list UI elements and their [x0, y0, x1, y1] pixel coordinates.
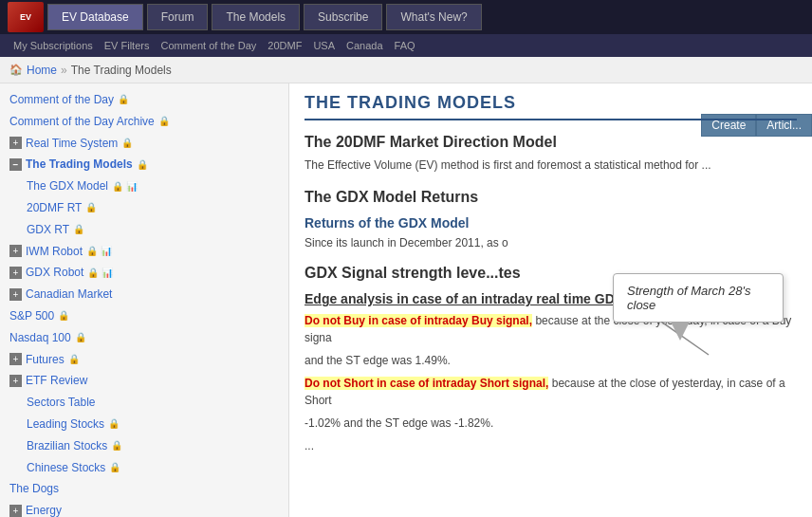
sidebar-item-futures[interactable]: +Futures🔒	[0, 349, 288, 371]
lock-icon-iwm-robot: 🔒	[86, 245, 98, 258]
sidebar-link-the-gdx-model[interactable]: The GDX Model	[27, 178, 108, 194]
sidebar-link-energy[interactable]: Energy	[26, 503, 62, 517]
expand-icon-real-time-system[interactable]: +	[9, 137, 22, 149]
sidebar-item-leading-stocks[interactable]: Leading Stocks🔒	[0, 414, 288, 435]
expand-icon-futures[interactable]: +	[9, 353, 22, 365]
home-icon: 🏠	[9, 64, 23, 76]
sidebar-link-nasdaq100[interactable]: Nasdaq 100	[9, 330, 71, 346]
sec-nav-usa[interactable]: USA	[307, 38, 341, 53]
sidebar-item-20dmf-rt[interactable]: 20DMF RT🔒	[0, 197, 288, 219]
svg-line-0	[661, 322, 709, 355]
sidebar-item-iwm-robot[interactable]: +IWM Robot🔒📊	[0, 241, 288, 263]
sidebar: Comment of the Day🔒Comment of the Day Ar…	[0, 83, 289, 517]
sidebar-link-etf-review[interactable]: ETF Review	[26, 373, 87, 389]
section1-desc: The Effective Volume (EV) method is firs…	[304, 157, 797, 174]
sidebar-link-gdx-robot[interactable]: GDX Robot	[26, 265, 83, 281]
sidebar-item-the-dogs[interactable]: The Dogs	[0, 478, 288, 500]
sidebar-link-brazilian-stocks[interactable]: Brazilian Stocks	[27, 438, 107, 454]
sidebar-link-gdx-rt[interactable]: GDX RT	[27, 222, 69, 238]
sidebar-item-nasdaq100[interactable]: Nasdaq 100🔒	[0, 327, 288, 349]
lock-icon-comment-of-the-day: 🔒	[118, 93, 129, 106]
sidebar-item-chinese-stocks[interactable]: Chinese Stocks🔒	[0, 457, 288, 479]
callout-arrow	[661, 322, 737, 360]
sidebar-link-real-time-system[interactable]: Real Time System	[26, 136, 118, 152]
no-short-signal: Do not Short in case of intraday Short s…	[304, 377, 548, 390]
breadcrumb-separator: »	[61, 64, 67, 77]
logo: EV	[8, 2, 44, 32]
expand-icon-canadian-market[interactable]: +	[9, 288, 22, 301]
sec-nav-faq[interactable]: FAQ	[389, 38, 421, 53]
nav-tab-the-models[interactable]: The Models	[212, 4, 300, 30]
sidebar-item-energy[interactable]: +Energy	[0, 500, 288, 517]
sidebar-link-leading-stocks[interactable]: Leading Stocks	[27, 416, 104, 433]
chart-icon-iwm-robot: 📊	[101, 245, 112, 258]
section1-title: The 20DMF Market Direction Model	[304, 134, 797, 151]
sidebar-link-the-trading-models[interactable]: The Trading Models	[26, 157, 133, 173]
lock-icon-leading-stocks: 🔒	[108, 417, 120, 431]
secondary-nav: My SubscriptionsEV FiltersComment of the…	[0, 34, 812, 57]
sidebar-item-gdx-rt[interactable]: GDX RT🔒	[0, 219, 288, 241]
page-title: THE TRADING MODELS	[304, 93, 797, 120]
nav-tab-subscribe[interactable]: Subscribe	[304, 4, 382, 30]
callout-text: Strength of March 28's close	[627, 284, 750, 312]
section2-subtitle-link[interactable]: Returns of the GDX Model	[304, 215, 469, 231]
lock-icon-chinese-stocks: 🔒	[109, 461, 120, 474]
lock-icon-brazilian-stocks: 🔒	[111, 439, 122, 452]
lock-icon-20dmf-rt: 🔒	[85, 201, 97, 214]
no-short-suffix: -1.02% and the ST edge was -1.82%.	[304, 415, 797, 432]
sidebar-item-sectors-table[interactable]: Sectors Table	[0, 392, 288, 414]
sec-nav-ev-filters[interactable]: EV Filters	[99, 38, 156, 53]
no-buy-signal: Do not Buy in case of intraday Buy signa…	[304, 314, 532, 327]
breadcrumb: 🏠 Home » The Trading Models	[0, 57, 812, 83]
callout-box: Strength of March 28's close	[613, 273, 784, 323]
expand-icon-the-trading-models[interactable]: −	[9, 158, 22, 171]
sidebar-item-sp500[interactable]: S&P 500🔒	[0, 305, 288, 327]
section2-desc: Since its launch in December 2011, as o	[304, 234, 797, 251]
sidebar-link-sp500[interactable]: S&P 500	[9, 308, 54, 324]
lock-icon-real-time-system: 🔒	[121, 137, 133, 150]
sidebar-item-the-gdx-model[interactable]: The GDX Model🔒📊	[0, 175, 288, 197]
lock-icon-gdx-rt: 🔒	[73, 223, 84, 236]
sidebar-item-gdx-robot[interactable]: +GDX Robot🔒📊	[0, 262, 288, 284]
sidebar-link-iwm-robot[interactable]: IWM Robot	[26, 244, 83, 260]
sidebar-item-comment-of-the-day[interactable]: Comment of the Day🔒	[0, 89, 288, 111]
sidebar-item-real-time-system[interactable]: +Real Time System🔒	[0, 133, 288, 155]
top-nav: EV EV DatabaseForumThe ModelsSubscribeWh…	[0, 0, 812, 34]
sidebar-link-comment-of-the-day-archive[interactable]: Comment of the Day Archive	[9, 114, 155, 130]
sidebar-link-20dmf-rt[interactable]: 20DMF RT	[27, 200, 82, 216]
expand-icon-gdx-robot[interactable]: +	[9, 267, 22, 279]
sidebar-link-comment-of-the-day[interactable]: Comment of the Day	[9, 92, 114, 108]
sidebar-item-comment-of-the-day-archive[interactable]: Comment of the Day Archive🔒	[0, 111, 288, 133]
lock-icon-the-gdx-model: 🔒	[112, 180, 123, 194]
sidebar-item-the-trading-models[interactable]: −The Trading Models🔒	[0, 154, 288, 175]
nav-tab-whats-new[interactable]: What's New?	[386, 4, 481, 30]
sidebar-link-chinese-stocks[interactable]: Chinese Stocks	[27, 460, 105, 476]
sidebar-item-canadian-market[interactable]: +Canadian Market	[0, 284, 288, 305]
expand-icon-etf-review[interactable]: +	[9, 375, 22, 387]
lock-icon-nasdaq100: 🔒	[75, 331, 86, 344]
ellipsis-text: ...	[304, 437, 797, 454]
no-short-text: Do not Short in case of intraday Short s…	[304, 375, 797, 409]
main-layout: Comment of the Day🔒Comment of the Day Ar…	[0, 83, 812, 517]
sec-nav-20dmf[interactable]: 20DMF	[262, 38, 307, 53]
expand-icon-iwm-robot[interactable]: +	[9, 245, 22, 257]
section2-title: The GDX Model Returns	[304, 189, 797, 206]
expand-icon-energy[interactable]: +	[9, 505, 22, 517]
lock-icon-the-trading-models: 🔒	[137, 158, 148, 172]
sec-nav-comment-of-the-day[interactable]: Comment of the Day	[155, 38, 262, 53]
chart-icon-gdx-robot: 📊	[102, 267, 113, 280]
breadcrumb-home[interactable]: Home	[27, 64, 57, 77]
sidebar-link-the-dogs[interactable]: The Dogs	[9, 481, 59, 497]
sidebar-item-etf-review[interactable]: +ETF Review	[0, 370, 288, 392]
nav-tab-forum[interactable]: Forum	[147, 4, 209, 30]
sidebar-item-brazilian-stocks[interactable]: Brazilian Stocks🔒	[0, 435, 288, 457]
sidebar-link-sectors-table[interactable]: Sectors Table	[27, 395, 96, 411]
chart-icon-the-gdx-model: 📊	[126, 180, 138, 194]
sec-nav-my-subscriptions[interactable]: My Subscriptions	[8, 38, 99, 53]
nav-tab-ev-database[interactable]: EV Database	[47, 4, 143, 30]
content-area: THE TRADING MODELS The 20DMF Market Dire…	[289, 83, 812, 517]
sidebar-link-canadian-market[interactable]: Canadian Market	[26, 286, 112, 303]
sec-nav-canada[interactable]: Canada	[341, 38, 389, 53]
sidebar-link-futures[interactable]: Futures	[26, 352, 65, 368]
lock-icon-futures: 🔒	[68, 353, 80, 366]
